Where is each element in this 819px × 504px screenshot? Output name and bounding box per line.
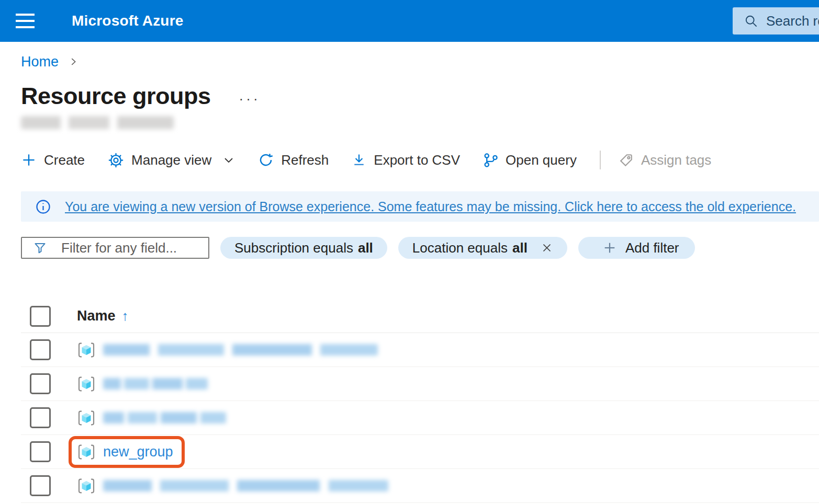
row-checkbox[interactable]	[30, 373, 51, 394]
command-bar: Create Manage view	[21, 149, 819, 171]
select-all-checkbox[interactable]	[30, 306, 51, 327]
manage-view-button[interactable]: Manage view	[108, 152, 235, 168]
resource-group-icon	[77, 341, 96, 359]
export-to-csv-button[interactable]: Export to CSV	[352, 152, 460, 168]
row-name-cell	[77, 341, 378, 359]
resource-group-link[interactable]: new_group	[103, 444, 173, 460]
info-icon	[35, 199, 51, 215]
table-row: new_group	[21, 435, 819, 469]
table-header-row: Name ↑	[21, 300, 819, 333]
subscription-filter-pill[interactable]: Subscription equals all	[220, 237, 387, 259]
resource-group-icon	[77, 443, 96, 461]
table-row	[21, 401, 819, 435]
resource-group-table-body: new_group	[21, 333, 819, 503]
more-options-icon[interactable]: ···	[239, 91, 261, 107]
open-query-button[interactable]: Open query	[483, 152, 577, 168]
chevron-right-icon	[68, 56, 79, 67]
close-icon[interactable]	[541, 242, 553, 254]
add-filter-button[interactable]: Add filter	[578, 237, 695, 259]
table-row	[21, 367, 819, 401]
blurred-resource-group-name	[103, 480, 388, 491]
azure-brand-title[interactable]: Microsoft Azure	[72, 13, 184, 29]
resource-group-icon	[77, 409, 96, 427]
resource-group-icon	[77, 375, 96, 393]
search-placeholder-text: Search re	[766, 13, 819, 29]
hamburger-menu-icon[interactable]	[16, 9, 36, 32]
table-row	[21, 333, 819, 367]
tag-icon	[619, 153, 634, 168]
row-checkbox[interactable]	[30, 441, 51, 462]
refresh-button[interactable]: Refresh	[258, 152, 329, 168]
highlighted-row-name-cell: new_group	[69, 436, 185, 468]
plus-icon	[21, 152, 37, 168]
plus-icon	[602, 240, 617, 255]
toolbar-divider	[600, 151, 601, 169]
column-header-name[interactable]: Name	[77, 308, 116, 324]
location-filter-pill[interactable]: Location equals all	[398, 237, 567, 259]
gear-icon	[108, 152, 124, 168]
info-banner: You are viewing a new version of Browse …	[21, 191, 819, 222]
blurred-resource-group-name	[103, 378, 208, 390]
filter-bar: Filter for any field... Subscription equ…	[21, 237, 819, 259]
blurred-resource-group-name	[103, 412, 226, 423]
row-checkbox[interactable]	[30, 475, 51, 496]
row-checkbox[interactable]	[30, 407, 51, 428]
download-icon	[352, 153, 366, 167]
search-icon	[744, 14, 758, 28]
filter-funnel-icon	[33, 241, 47, 255]
blurred-subscription-text	[21, 116, 174, 129]
sort-ascending-icon: ↑	[122, 308, 129, 324]
branch-icon	[483, 153, 498, 168]
resource-group-icon	[77, 477, 96, 495]
global-search-input[interactable]: Search re	[733, 7, 819, 35]
row-name-cell	[77, 477, 388, 495]
page-title: Resource groups	[21, 83, 211, 110]
row-name-cell	[77, 409, 226, 427]
breadcrumb: Home	[21, 53, 819, 70]
create-button[interactable]: Create	[21, 152, 85, 168]
top-bar: Microsoft Azure Search re	[0, 0, 819, 42]
blurred-resource-group-name	[103, 344, 378, 356]
row-checkbox[interactable]	[30, 339, 51, 360]
filter-input-placeholder: Filter for any field...	[61, 240, 177, 256]
breadcrumb-home-link[interactable]: Home	[21, 54, 59, 70]
filter-input[interactable]: Filter for any field...	[21, 237, 209, 259]
banner-old-experience-link[interactable]: You are viewing a new version of Browse …	[65, 199, 796, 214]
chevron-down-icon	[222, 154, 235, 166]
refresh-icon	[258, 152, 274, 168]
table-row	[21, 469, 819, 503]
assign-tags-button[interactable]: Assign tags	[619, 152, 711, 168]
row-name-cell	[77, 375, 208, 393]
